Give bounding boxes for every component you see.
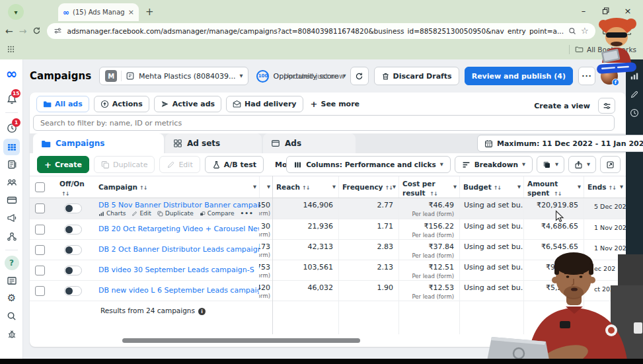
campaigns-nav-icon[interactable] (0, 139, 23, 155)
edit-button[interactable]: Edit (159, 156, 200, 173)
breakdown-icon (462, 161, 471, 169)
campaign-name-link[interactable]: DB new video L 6 September Leads campaig… (89, 281, 259, 301)
create-button[interactable]: +Create (37, 156, 89, 173)
col-header-results-clipped[interactable]: ▼ (259, 176, 272, 198)
events-manager-icon[interactable] (0, 231, 23, 242)
ads-promote-icon[interactable] (0, 213, 23, 223)
duplicate-button[interactable]: Duplicate (94, 156, 155, 173)
tab-campaigns[interactable]: Campaigns (33, 133, 164, 153)
chip-actions[interactable]: Actions (94, 96, 149, 112)
chip-all-ads[interactable]: All ads (36, 96, 89, 112)
chevron-down-icon[interactable]: ▼ (253, 185, 256, 190)
browser-tab[interactable]: ∞ (15) Ads Manager - Manage ad × (58, 3, 139, 21)
screen: ▾ ∞ (15) Ads Manager - Manage ad × + – ×… (0, 0, 643, 364)
ab-test-button[interactable]: A/B test (205, 156, 264, 173)
table-row[interactable]: DB 20 Oct Retargeting Video + Carousel N… (30, 219, 626, 240)
app-sidebar: ∞ 15 1 ? ⚙ (0, 59, 23, 364)
search-input[interactable] (33, 115, 615, 131)
filter-chips-row: All ads Actions Active ads Had delivery … (36, 96, 362, 112)
columns-icon (293, 161, 302, 169)
table-row[interactable]: DB 5 Nov Banner Distributor Banner campa… (30, 198, 626, 219)
chip-active-ads[interactable]: Active ads (154, 96, 221, 112)
edit-action[interactable]: Edit (132, 210, 151, 217)
export-button[interactable]: ▼ (568, 156, 596, 173)
copy-icon (101, 161, 110, 169)
webcam-overlay (481, 246, 643, 364)
horizontal-scrollbar[interactable] (122, 338, 360, 343)
duplicate-action[interactable]: Duplicate (157, 210, 194, 217)
url-bar[interactable]: adsmanager.facebook.com/adsmanager/manag… (47, 23, 595, 39)
reload-button[interactable] (32, 26, 41, 35)
tab-close-icon[interactable]: × (128, 8, 134, 17)
col-header-campaign[interactable]: Campaign↑↓▼ (89, 176, 259, 198)
table-header-row: Off/On↑↓ Campaign↑↓▼ ▼ Reach↑↓▼ Frequenc… (30, 176, 626, 198)
new-tab-button[interactable]: + (145, 6, 154, 18)
row-checkbox[interactable] (35, 203, 45, 213)
campaign-name-link[interactable]: DB 5 Nov Banner Distributor Banner campa… (89, 201, 259, 209)
col-header-frequency[interactable]: Frequency↑↓▼ (338, 176, 398, 198)
cell-amount-spent: ₹20,919.85 (523, 198, 584, 219)
help-icon[interactable]: ? (0, 256, 23, 270)
col-header-off-on[interactable]: Off/On↑↓ (52, 176, 89, 198)
create-view-button[interactable]: Create a view (534, 102, 590, 110)
billing-icon[interactable] (0, 195, 23, 205)
campaign-name-link[interactable]: DB video 30 September Leads campaign-S (89, 260, 259, 280)
col-header-ends[interactable]: Ends↑↓▼ (584, 176, 626, 198)
discard-drafts-button[interactable]: Discard Drafts (374, 67, 459, 85)
select-all-checkbox[interactable] (35, 182, 45, 192)
campaign-toggle[interactable] (64, 286, 82, 296)
info-icon[interactable]: i (198, 308, 206, 315)
see-more-button[interactable]: +See more (308, 99, 362, 109)
campaign-toggle[interactable] (64, 225, 82, 235)
tab-search-button[interactable]: ▾ (8, 4, 24, 20)
row-more-actions[interactable]: ••• (241, 210, 254, 217)
history-clock-icon[interactable] (630, 108, 639, 118)
cell-results-clipped: 450 Per lead (form) (259, 198, 272, 219)
back-button[interactable]: ← (5, 26, 13, 36)
reports-button[interactable]: ▼ (537, 156, 564, 173)
updates-icon[interactable] (0, 275, 23, 286)
cell-cost-per-result: ₹156.22Per lead (form) (398, 219, 459, 239)
compare-action[interactable]: Compare (200, 210, 235, 217)
cell-amount-spent: ₹4,686.65 (523, 219, 584, 239)
forward-button[interactable]: → (19, 26, 27, 36)
meta-logo[interactable]: ∞ (0, 67, 23, 81)
col-header-reach[interactable]: Reach↑↓▼ (272, 176, 338, 198)
search-icon[interactable] (0, 311, 23, 321)
campaign-name-link[interactable]: DB 20 Oct Retargeting Video + Carousel N… (89, 219, 259, 239)
row-checkbox[interactable] (35, 245, 45, 255)
campaign-toggle[interactable] (64, 203, 82, 213)
campaign-toggle[interactable] (64, 245, 82, 255)
tab-ad-sets[interactable]: Ad sets (165, 133, 262, 153)
campaign-name-link[interactable]: DB 2 Oct Banner Distributor Leads campai… (89, 240, 259, 260)
row-checkbox[interactable] (35, 286, 45, 296)
date-range-button[interactable]: Maximum: 11 Dec 2022 - 11 Jan 2026 ▼ (477, 135, 643, 152)
settings-gear-icon[interactable]: ⚙ (0, 293, 23, 303)
col-header-budget[interactable]: Budget↑↓▼ (459, 176, 523, 198)
report-bug-icon[interactable] (0, 329, 23, 340)
filter-sliders-button[interactable] (598, 98, 615, 114)
columns-button[interactable]: Columns: Performance and clicks▼ (286, 156, 451, 173)
col-header-amount-spent[interactable]: Amount spent ↑↓▼ (523, 176, 584, 198)
chip-had-delivery[interactable]: Had delivery (226, 96, 303, 112)
edit-panel-icon[interactable] (630, 90, 639, 99)
url-text[interactable]: adsmanager.facebook.com/adsmanager/manag… (67, 27, 564, 35)
charts-action[interactable]: Charts (98, 210, 126, 217)
tab-ads[interactable]: Ads (263, 133, 356, 153)
review-publish-button[interactable]: Review and publish (4) (465, 67, 573, 85)
omnibox-search-icon[interactable] (568, 27, 576, 35)
campaign-toggle[interactable] (64, 266, 82, 275)
row-checkbox[interactable] (35, 225, 45, 235)
frozen-pane-divider (272, 176, 273, 334)
audiences-icon[interactable] (0, 177, 23, 188)
open-charts-button[interactable] (600, 156, 621, 173)
account-overview-icon[interactable] (0, 159, 23, 170)
row-checkbox[interactable] (35, 266, 45, 275)
breakdown-button[interactable]: Breakdown▼ (455, 156, 533, 173)
refresh-button[interactable] (350, 67, 369, 85)
apps-grid-icon[interactable] (7, 45, 15, 54)
site-settings-icon[interactable] (54, 26, 62, 35)
bookmark-star-icon[interactable]: ☆ (581, 26, 589, 35)
account-selector[interactable]: M Mehta Plastics (8084039... ▼ (99, 67, 248, 85)
col-header-cost-per-result[interactable]: Cost per result ↑↓▼ (398, 176, 459, 198)
